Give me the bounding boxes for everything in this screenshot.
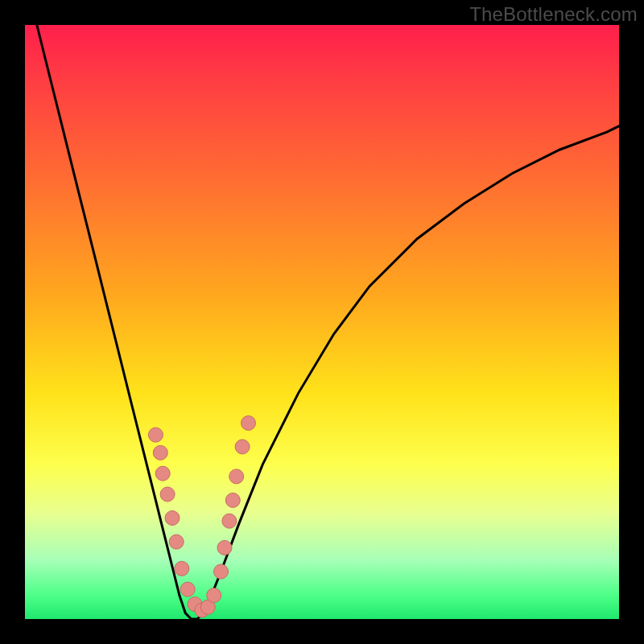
marker-group: [148, 416, 255, 617]
marker-dot: [225, 493, 240, 507]
marker-dot: [169, 535, 184, 549]
outer-frame: TheBottleneck.com: [0, 0, 644, 644]
marker-dot: [207, 588, 221, 603]
marker-dot: [155, 466, 170, 481]
marker-dot: [235, 440, 250, 454]
bottleneck-curve-path: [37, 25, 619, 619]
marker-dot: [217, 540, 232, 555]
marker-dot: [214, 564, 229, 579]
marker-dot: [165, 511, 180, 526]
marker-dot: [242, 416, 256, 431]
watermark-text: TheBottleneck.com: [469, 3, 638, 26]
marker-dot: [222, 514, 237, 528]
chart-svg: [25, 25, 619, 619]
marker-dot: [180, 582, 195, 597]
marker-dot: [229, 469, 244, 484]
marker-dot: [175, 561, 189, 576]
marker-dot: [148, 427, 163, 442]
plot-area: [25, 25, 619, 619]
marker-dot: [153, 445, 167, 460]
marker-dot: [160, 487, 175, 502]
